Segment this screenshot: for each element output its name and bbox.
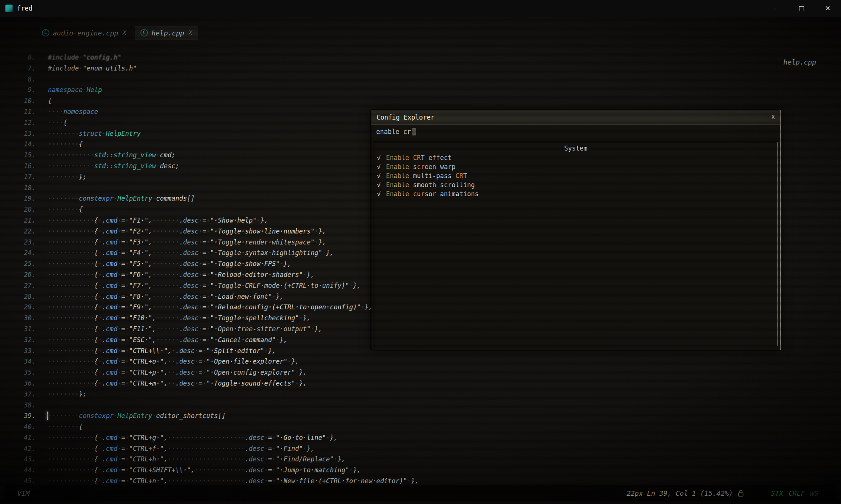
config-item-label: Enable smooth scrolling	[386, 180, 475, 189]
tab-bar: Caudio-engine.cppXChelp.cppX	[36, 26, 198, 40]
line-number: 34.	[7, 356, 35, 367]
code-line[interactable]: 44.············{·.cmd·=·"CTRL+SHIFT+\\·"…	[7, 465, 836, 476]
config-item-label: Enable multi-pass CRT	[386, 171, 467, 180]
config-section-header: System	[374, 144, 777, 153]
line-number: 25.	[7, 258, 35, 269]
input-cursor	[412, 128, 416, 135]
tab-close-button[interactable]: X	[123, 29, 126, 36]
line-number: 35.	[7, 367, 35, 378]
code-line[interactable]: 39.········constexpr·HelpEntry·editor_sh…	[7, 410, 836, 421]
line-number: 15.	[7, 150, 35, 161]
line-number: 39.	[7, 410, 35, 421]
line-number: 38.	[7, 400, 35, 411]
config-item[interactable]: √Enable smooth scrolling	[374, 180, 777, 189]
line-number: 42.	[7, 443, 35, 454]
config-item[interactable]: √Enable cursor animations	[374, 189, 777, 198]
config-explorer-dialog: Config Explorer X enable cr System √Enab…	[371, 110, 781, 350]
status-bar: VIM 22px Ln 39, Col 1 (15.42%) STX CRLF …	[5, 485, 836, 501]
code-line[interactable]: 35.············{·.cmd·=·"CTRL+p·",··.des…	[7, 367, 836, 378]
config-item-label: Enable cursor animations	[386, 189, 479, 198]
config-explorer-close-button[interactable]: X	[771, 114, 775, 121]
config-items: √Enable CRT effect√Enable screen warp√En…	[374, 153, 777, 198]
config-item[interactable]: √Enable CRT effect	[374, 153, 777, 162]
checkbox-checked-icon[interactable]: √	[377, 162, 386, 171]
line-number: 14.	[7, 139, 35, 150]
tab-label: audio-engine.cpp	[53, 29, 118, 37]
code-line[interactable]: 43.············{·.cmd·=·"CTRL+h·",······…	[7, 454, 836, 465]
line-number: 20.	[7, 204, 35, 215]
vim-mode-indicator: VIM	[17, 489, 30, 497]
config-item[interactable]: √Enable screen warp	[374, 162, 777, 171]
tab-close-button[interactable]: X	[189, 29, 192, 36]
app-icon	[5, 5, 13, 12]
config-explorer-titlebar: Config Explorer X	[371, 110, 780, 124]
status-stx: STX	[771, 489, 783, 497]
status-right-cluster: 22px Ln 39, Col 1 (15.42%) STX CRLF WS	[627, 489, 818, 497]
config-search-query: enable cr	[376, 128, 411, 135]
line-number: 17.	[7, 172, 35, 183]
line-number: 29.	[7, 302, 35, 313]
line-number: 36.	[7, 378, 35, 389]
tab-label: help.cpp	[151, 29, 184, 37]
line-number: 37.	[7, 389, 35, 400]
line-number: 31.	[7, 324, 35, 335]
line-number: 6.	[7, 52, 35, 63]
line-number: 18.	[7, 183, 35, 194]
config-item[interactable]: √Enable multi-pass CRT	[374, 171, 777, 180]
line-number: 9.	[7, 85, 35, 95]
checkbox-checked-icon[interactable]: √	[377, 189, 386, 198]
line-number: 10.	[7, 95, 35, 106]
line-number: 22.	[7, 226, 35, 237]
line-number: 26.	[7, 269, 35, 280]
code-line[interactable]: 37.········};	[7, 389, 836, 400]
line-number: 41.	[7, 432, 35, 443]
line-number: 16.	[7, 161, 35, 172]
code-line[interactable]: 36.············{·.cmd·=·"CTRL+m·",··.des…	[7, 378, 836, 389]
code-line[interactable]: 40.········{	[7, 421, 836, 432]
line-number: 40.	[7, 421, 35, 432]
line-number: 43.	[7, 454, 35, 465]
code-line[interactable]: 7.#include·"enum-utils.h"	[7, 63, 836, 74]
status-crlf[interactable]: CRLF	[789, 489, 805, 497]
config-search-input[interactable]: enable cr	[371, 124, 780, 139]
line-number: 24.	[7, 247, 35, 258]
line-number: 7.	[7, 63, 35, 74]
config-item-label: Enable CRT effect	[386, 153, 452, 162]
checkbox-checked-icon[interactable]: √	[377, 180, 386, 189]
code-line[interactable]: 6.#include·"config.h"	[7, 52, 836, 63]
line-number: 44.	[7, 465, 35, 476]
cpp-file-icon: C	[140, 29, 148, 37]
tab-audio-engine.cpp[interactable]: Caudio-engine.cppX	[36, 26, 132, 40]
status-ws[interactable]: WS	[810, 489, 818, 497]
lock-icon	[738, 490, 744, 497]
line-number: 12.	[7, 117, 35, 128]
code-line[interactable]: 10.{	[7, 95, 836, 106]
config-explorer-title: Config Explorer	[377, 114, 435, 121]
tab-help.cpp[interactable]: Chelp.cppX	[135, 26, 198, 40]
minimize-button[interactable]: –	[762, 0, 788, 17]
line-number: 27.	[7, 280, 35, 291]
line-number: 21.	[7, 215, 35, 226]
maximize-button[interactable]: □	[788, 0, 815, 17]
code-line[interactable]: 9.namespace·Help	[7, 85, 836, 95]
line-number: 28.	[7, 291, 35, 302]
line-number: 11.	[7, 106, 35, 117]
cpp-file-icon: C	[42, 29, 49, 37]
code-line[interactable]: 38.	[7, 400, 836, 411]
line-number: 30.	[7, 313, 35, 324]
config-results-panel: System √Enable CRT effect√Enable screen …	[374, 142, 778, 346]
code-line[interactable]: 41.············{·.cmd·=·"CTRL+g·",······…	[7, 432, 836, 443]
line-number: 23.	[7, 237, 35, 248]
line-number: 32.	[7, 335, 35, 346]
window-controls: – □ ✕	[762, 0, 841, 17]
text-cursor	[47, 412, 48, 420]
line-number: 33.	[7, 346, 35, 356]
code-line[interactable]: 42.············{·.cmd·=·"CTRL+f·",······…	[7, 443, 836, 454]
code-line[interactable]: 34.············{·.cmd·=·"CTRL+o·",··.des…	[7, 356, 836, 367]
checkbox-checked-icon[interactable]: √	[377, 153, 386, 162]
config-item-label: Enable screen warp	[386, 162, 455, 171]
code-line[interactable]: 8.	[7, 74, 836, 85]
checkbox-checked-icon[interactable]: √	[377, 171, 386, 180]
close-button[interactable]: ✕	[815, 0, 841, 17]
crt-screen: Caudio-engine.cppXChelp.cppX help.cpp 6.…	[0, 17, 841, 504]
